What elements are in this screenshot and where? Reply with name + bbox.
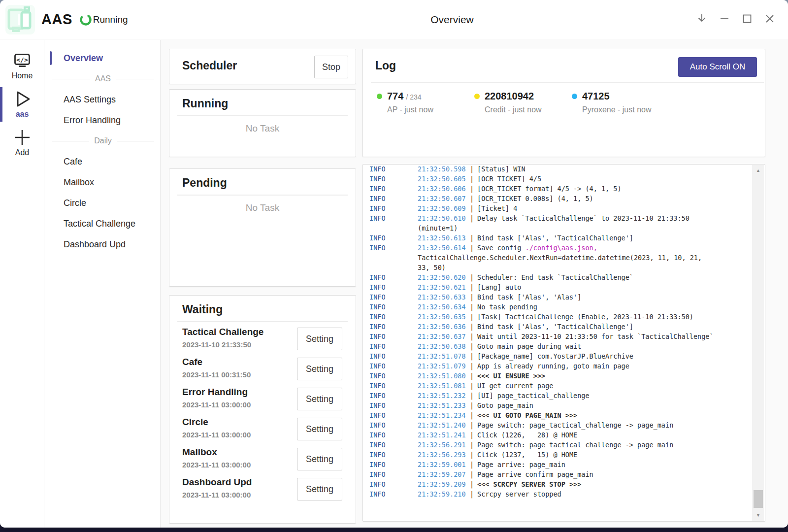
log-timestamp: 21:32:50.633 — [418, 292, 470, 302]
rail-item-label: Add — [15, 148, 29, 157]
log-row: INFO21:32:50.606|[OCR_TICKET format] 4/5… — [369, 184, 745, 194]
log-level: INFO — [369, 341, 418, 351]
window-controls — [690, 0, 781, 39]
stat-label: Credit - just now — [485, 105, 572, 114]
setting-button-mailbox[interactable]: Setting — [297, 448, 342, 470]
rail-item-home[interactable]: </>Home — [0, 47, 44, 85]
sidebar-item-aas-settings[interactable]: AAS Settings — [45, 89, 160, 110]
log-separator: | — [470, 322, 477, 332]
sidebar: OverviewAASAAS SettingsError HandlingDai… — [45, 40, 161, 528]
waiting-task-row: Mailbox2023-11-11 03:00:00Setting — [169, 445, 356, 475]
log-message: Page switch: page_tactical_challenge -> … — [477, 440, 673, 450]
stat-value: 774 — [387, 91, 403, 102]
setting-button-error-handling[interactable]: Setting — [297, 388, 342, 410]
log-message: Click (1237, 15) @ HOME — [477, 450, 577, 460]
log-row: INFO21:32:51.241|Click (1226, 28) @ HOME — [369, 430, 745, 440]
log-separator: | — [470, 469, 477, 479]
sidebar-section-daily: Daily — [45, 131, 160, 151]
log-timestamp: 21:32:50.620 — [418, 272, 470, 282]
maximize-button[interactable] — [736, 8, 758, 31]
log-separator: | — [470, 460, 477, 469]
log-timestamp: 21:32:59.209 — [418, 479, 470, 489]
main-content: Scheduler Stop Running No Task Pending N… — [161, 40, 788, 528]
log-lines: INFO21:32:50.598|[Status] WININFO21:32:5… — [363, 164, 765, 499]
log-row: INFO21:32:51.233|Goto page_main — [369, 400, 745, 410]
setting-button-cafe[interactable]: Setting — [297, 358, 342, 380]
titlebar: AAS Running Overview — [0, 0, 788, 39]
log-separator: | — [470, 391, 477, 400]
svg-text:</>: </> — [16, 56, 28, 64]
sidebar-item-tactical-challenge[interactable]: Tactical Challenge — [45, 213, 160, 234]
setting-button-dashboard-upd[interactable]: Setting — [297, 478, 342, 500]
log-row: INFO21:32:50.620|Scheduler: End task `Ta… — [369, 272, 745, 282]
divider — [177, 321, 348, 322]
plus-icon — [13, 128, 32, 147]
log-separator: | — [470, 361, 477, 371]
sidebar-item-error-handling[interactable]: Error Handling — [45, 110, 160, 131]
log-message: [Ticket] 4 — [477, 203, 517, 213]
stop-button[interactable]: Stop — [314, 56, 348, 78]
setting-button-circle[interactable]: Setting — [297, 418, 342, 440]
log-timestamp: 21:32:51.079 — [418, 361, 470, 371]
scroll-up-icon[interactable]: ▲ — [752, 165, 764, 176]
download-icon — [696, 13, 708, 27]
running-spinner-icon — [79, 13, 92, 26]
log-timestamp: 21:32:50.621 — [418, 282, 470, 292]
log-timestamp: 21:32:59.207 — [418, 469, 470, 479]
log-level-spacer — [369, 253, 418, 263]
log-separator: | — [470, 440, 477, 450]
log-message: Page arrive confirm page_main — [477, 469, 593, 479]
app-logo-icon — [5, 4, 35, 35]
log-row: INFO21:32:50.610|Delay task `TacticalCha… — [369, 213, 745, 223]
log-scrollbar[interactable]: ▲ ▼ — [752, 165, 764, 521]
log-text: Page arrive: page_main — [477, 461, 565, 468]
close-button[interactable] — [758, 8, 781, 31]
log-separator: | — [470, 194, 477, 203]
rail-item-aas[interactable]: aas — [0, 85, 44, 124]
log-message: [OCR_TICKET] 4/5 — [477, 174, 541, 184]
setting-button-tactical-challenge[interactable]: Setting — [297, 328, 342, 350]
log-message: Click (1226, 28) @ HOME — [477, 430, 577, 440]
log-level: INFO — [369, 450, 418, 460]
sidebar-item-cafe[interactable]: Cafe — [45, 151, 160, 172]
log-row: 33, 50) — [369, 263, 745, 272]
rail-item-add[interactable]: Add — [0, 124, 44, 162]
log-row: INFO21:32:51.240|Page switch: page_tacti… — [369, 420, 745, 430]
log-timestamp: 21:32:50.613 — [418, 233, 470, 243]
sidebar-item-circle[interactable]: Circle — [45, 193, 160, 213]
sidebar-item-mailbox[interactable]: Mailbox — [45, 172, 160, 193]
waiting-task-time: 2023-11-11 03:00:00 — [182, 461, 251, 469]
log-message: [OCR_TICKET format] 4/5 -> (4, 1, 5) — [477, 184, 622, 194]
log-timestamp: 21:32:50.598 — [418, 164, 470, 174]
log-timestamp: 21:32:50.614 — [418, 243, 470, 253]
log-level-spacer — [369, 223, 418, 233]
log-level: INFO — [369, 400, 418, 410]
minimize-button[interactable] — [713, 8, 736, 31]
log-level: INFO — [369, 302, 418, 312]
log-separator: | — [470, 184, 477, 194]
sidebar-item-overview[interactable]: Overview — [45, 48, 160, 68]
download-button[interactable] — [690, 8, 713, 31]
sidebar-item-dashboard-upd[interactable]: Dashboard Upd — [45, 234, 160, 255]
log-row: INFO21:32:50.609|[Ticket] 4 — [369, 203, 745, 213]
log-separator: | — [470, 302, 477, 312]
log-separator: | — [470, 282, 477, 292]
log-message: [OCR_TICKET 0.008s] (4, 1, 5) — [477, 194, 593, 203]
divider — [371, 82, 764, 83]
log-timestamp: 21:32:50.638 — [418, 341, 470, 351]
running-card: Running No Task — [169, 89, 356, 157]
stat-ap: 774/ 234AP - just now — [377, 91, 474, 114]
log-message: Goto page_main — [477, 400, 533, 410]
log-message: Bind task ['Alas', 'TacticalChallenge'] — [477, 322, 633, 332]
stat-top: 774/ 234 — [377, 91, 474, 102]
log-timestamp: 21:32:50.636 — [418, 322, 470, 332]
log-row: INFO21:32:51.078|[Package_name] com.Yost… — [369, 351, 745, 361]
stat-label: AP - just now — [387, 105, 474, 114]
scrollbar-thumb[interactable] — [754, 490, 763, 508]
auto-scroll-button[interactable]: Auto Scroll ON — [678, 57, 757, 77]
log-separator: | — [470, 164, 477, 174]
divider — [177, 115, 348, 116]
scroll-down-icon[interactable]: ▼ — [752, 510, 764, 521]
log-separator: | — [470, 203, 477, 213]
log-row: INFO21:32:56.293|Click (1237, 15) @ HOME — [369, 450, 745, 460]
